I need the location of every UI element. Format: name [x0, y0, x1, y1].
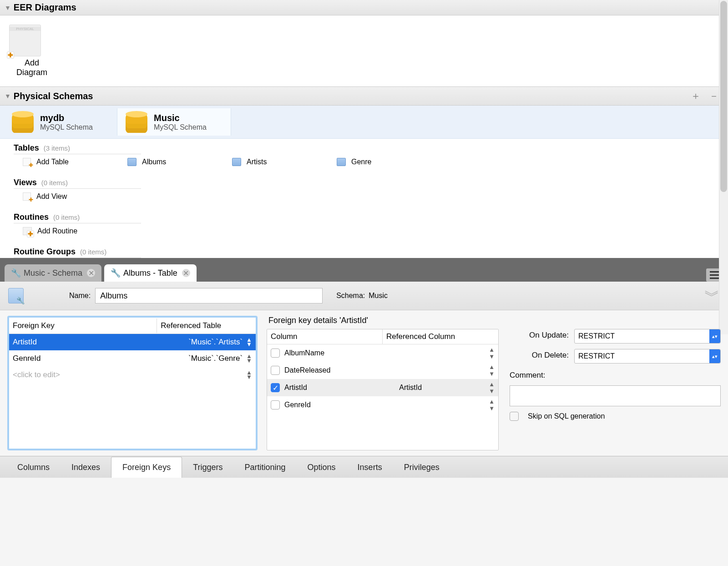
comment-label: Comment:	[510, 369, 721, 380]
schemas-row: mydb MySQL Schema Music MySQL Schema	[0, 106, 728, 139]
views-title: Views	[14, 178, 37, 187]
fk-column-row[interactable]: DateReleased▲▼	[267, 362, 498, 379]
add-diagram-button[interactable]: ✚ Add Diagram	[9, 25, 55, 77]
fk-row-new[interactable]: <click to edit> ▲▼	[9, 367, 256, 383]
tab-albums-table[interactable]: 🔧 Albums - Table ✕	[104, 264, 197, 282]
diagram-icon: ✚	[9, 25, 41, 56]
tables-count: (3 items)	[44, 144, 70, 152]
fk-row-genreid[interactable]: GenreId `Music`.`Genre`▲▼	[9, 350, 256, 367]
vertical-scrollbar[interactable]	[719, 0, 728, 334]
sort-icon[interactable]: ▲▼	[246, 354, 252, 364]
add-routine-button[interactable]: ✚Add Routine	[23, 227, 105, 235]
sort-icon[interactable]: ▲▼	[246, 338, 252, 347]
checkbox[interactable]	[271, 366, 280, 375]
views-count: (0 items)	[41, 179, 68, 187]
fk-header-name[interactable]: Foreign Key	[9, 318, 157, 333]
routines-count: (0 items)	[53, 213, 80, 221]
bottom-tabs: ColumnsIndexesForeign KeysTriggersPartit…	[0, 456, 728, 478]
col-header-column[interactable]: Column	[267, 329, 383, 344]
foreign-key-list: Foreign Key Referenced Table ArtistId `M…	[7, 316, 258, 450]
close-icon[interactable]: ✕	[87, 269, 95, 277]
schema-music[interactable]: Music MySQL Schema	[117, 108, 231, 136]
database-icon	[12, 111, 34, 133]
comment-input[interactable]	[510, 385, 721, 406]
add-icon	[23, 192, 31, 201]
bottom-tab-privileges[interactable]: Privileges	[393, 457, 450, 478]
checkbox[interactable]	[271, 349, 280, 358]
table-artists[interactable]: Artists	[232, 158, 314, 166]
routines-title: Routines	[14, 212, 49, 222]
fk-details-title: Foreign key details 'ArtistId'	[267, 316, 721, 325]
table-icon	[337, 158, 346, 166]
add-diagram-label: Add Diagram	[9, 58, 55, 77]
sort-icon[interactable]: ▲▼	[489, 398, 495, 412]
bottom-tab-inserts[interactable]: Inserts	[347, 457, 393, 478]
table-icon	[127, 158, 136, 166]
editor-tabbar: 🔧 Music - Schema ✕ 🔧 Albums - Table ✕	[0, 258, 728, 282]
on-delete-select[interactable]: RESTRICT▴▾	[574, 349, 721, 364]
schemas-header[interactable]: ▼ Physical Schemas ＋ －	[0, 87, 728, 106]
tables-title: Tables	[14, 143, 39, 152]
disclosure-triangle-icon[interactable]: ▼	[5, 4, 11, 11]
tab-music-schema[interactable]: 🔧 Music - Schema ✕	[5, 264, 101, 282]
bottom-tab-indexes[interactable]: Indexes	[61, 457, 111, 478]
eer-header[interactable]: ▼ EER Diagrams	[0, 0, 728, 15]
fk-header-ref[interactable]: Referenced Table	[157, 318, 256, 333]
add-table-button[interactable]: Add Table	[23, 158, 105, 166]
skip-sql-label: Skip on SQL generation	[528, 412, 605, 420]
add-view-button[interactable]: Add View	[23, 192, 105, 201]
schema-value: Music	[369, 292, 388, 300]
on-update-label: On Update:	[510, 329, 569, 344]
plus-icon: ✚	[27, 230, 34, 238]
eer-body: ✚ Add Diagram	[0, 15, 728, 87]
table-albums[interactable]: Albums	[127, 158, 209, 166]
sort-icon[interactable]: ▲▼	[489, 364, 495, 377]
table-icon	[232, 158, 241, 166]
routine-icon: ✚	[23, 227, 32, 235]
table-form-row: Name: Schema: Music ︾	[0, 282, 728, 310]
add-schema-icon[interactable]: ＋	[691, 89, 701, 103]
fk-column-row[interactable]: ✓ArtistIdArtistId▲▼	[267, 379, 498, 396]
schema-label: Schema:	[336, 292, 365, 300]
bottom-tab-partitioning[interactable]: Partitioning	[234, 457, 297, 478]
remove-schema-icon[interactable]: －	[709, 89, 719, 103]
sort-icon[interactable]: ▲▼	[489, 381, 495, 394]
collapse-chevron-icon[interactable]: ︾	[704, 291, 720, 300]
wrench-icon: 🔧	[11, 268, 21, 278]
plus-icon: ✚	[7, 51, 14, 59]
wrench-icon: 🔧	[111, 268, 121, 278]
skip-sql-checkbox[interactable]	[510, 412, 519, 421]
bottom-tab-columns[interactable]: Columns	[6, 457, 61, 478]
on-update-select[interactable]: RESTRICT▴▾	[574, 329, 721, 344]
database-icon	[126, 111, 147, 133]
routine-groups-title: Routine Groups	[14, 247, 76, 256]
bottom-tab-foreign-keys[interactable]: Foreign Keys	[111, 457, 182, 478]
on-delete-label: On Delete:	[510, 349, 569, 364]
sort-icon[interactable]: ▲▼	[246, 370, 252, 380]
fk-columns-box: Column Referenced Column AlbumName▲▼Date…	[267, 329, 499, 450]
disclosure-triangle-icon[interactable]: ▼	[5, 92, 11, 100]
checkbox[interactable]	[271, 400, 280, 409]
fk-row-artistid[interactable]: ArtistId `Music`.`Artists`▲▼	[9, 334, 256, 350]
fk-column-row[interactable]: GenreId▲▼	[267, 396, 498, 414]
add-icon	[23, 158, 31, 166]
dropdown-icon: ▴▾	[709, 329, 720, 343]
checkbox[interactable]: ✓	[271, 383, 280, 392]
table-genre[interactable]: Genre	[337, 158, 419, 166]
col-header-ref[interactable]: Referenced Column	[383, 329, 498, 344]
dropdown-icon: ▴▾	[709, 349, 720, 363]
close-icon[interactable]: ✕	[182, 269, 190, 277]
bottom-tab-triggers[interactable]: Triggers	[182, 457, 233, 478]
routine-groups-count: (0 items)	[80, 248, 106, 256]
name-label: Name:	[69, 292, 91, 300]
schema-mydb[interactable]: mydb MySQL Schema	[4, 108, 117, 136]
bottom-tab-options[interactable]: Options	[297, 457, 347, 478]
eer-title: EER Diagrams	[14, 2, 76, 13]
fk-column-row[interactable]: AlbumName▲▼	[267, 344, 498, 362]
table-name-input[interactable]	[95, 288, 323, 303]
schemas-title: Physical Schemas	[14, 91, 93, 101]
sort-icon[interactable]: ▲▼	[489, 346, 495, 360]
table-tool-icon	[8, 288, 24, 303]
